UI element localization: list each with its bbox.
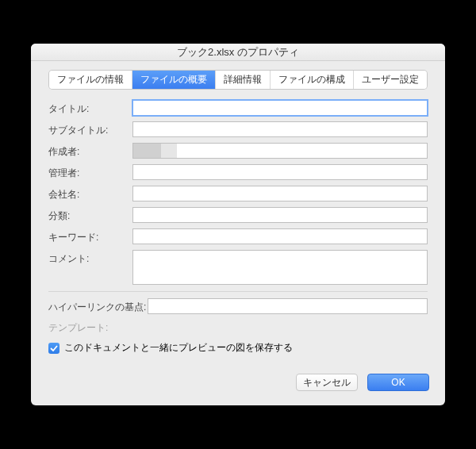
window-title: ブック2.xlsx のプロパティ <box>31 44 445 61</box>
ok-button[interactable]: OK <box>367 374 429 391</box>
check-icon <box>50 344 58 352</box>
cancel-button[interactable]: キャンセル <box>296 374 358 391</box>
input-category[interactable] <box>132 207 428 223</box>
divider <box>48 291 428 292</box>
label-save-preview: このドキュメントと一緒にプレビューの図を保存する <box>64 341 293 355</box>
input-company[interactable] <box>132 186 428 201</box>
properties-dialog: ブック2.xlsx のプロパティ ファイルの情報 ファイルの概要 詳細情報 ファ… <box>31 44 445 405</box>
tab-file-structure[interactable]: ファイルの構成 <box>271 71 354 89</box>
label-title: タイトル: <box>48 100 132 116</box>
label-hyperlink-base: ハイパーリンクの基点: <box>48 298 148 314</box>
input-manager[interactable] <box>132 164 428 180</box>
label-keywords: キーワード: <box>48 228 132 244</box>
dialog-footer: キャンセル OK <box>31 363 445 405</box>
label-company: 会社名: <box>48 186 132 201</box>
label-subtitle: サブタイトル: <box>48 121 132 137</box>
input-hyperlink-base[interactable] <box>148 298 428 314</box>
save-preview-row[interactable]: このドキュメントと一緒にプレビューの図を保存する <box>48 340 428 356</box>
label-author: 作成者: <box>48 143 132 159</box>
input-author[interactable] <box>132 143 428 159</box>
tab-user-settings[interactable]: ユーザー設定 <box>354 71 427 89</box>
summary-form: タイトル: サブタイトル: 作成者: 管理者: 会社名: 分類: キーワード: <box>31 95 445 363</box>
input-subtitle[interactable] <box>132 121 428 137</box>
label-comments: コメント: <box>48 250 132 266</box>
label-manager: 管理者: <box>48 164 132 180</box>
checkbox-save-preview[interactable] <box>48 343 60 354</box>
tab-details[interactable]: 詳細情報 <box>216 71 271 89</box>
tab-file-summary[interactable]: ファイルの概要 <box>132 71 216 89</box>
tab-bar: ファイルの情報 ファイルの概要 詳細情報 ファイルの構成 ユーザー設定 <box>31 61 445 95</box>
tab-file-info[interactable]: ファイルの情報 <box>49 71 132 89</box>
label-template: テンプレート: <box>48 320 428 340</box>
label-category: 分類: <box>48 207 132 223</box>
input-comments[interactable] <box>132 250 428 285</box>
input-title[interactable] <box>132 100 428 116</box>
input-keywords[interactable] <box>132 228 428 244</box>
